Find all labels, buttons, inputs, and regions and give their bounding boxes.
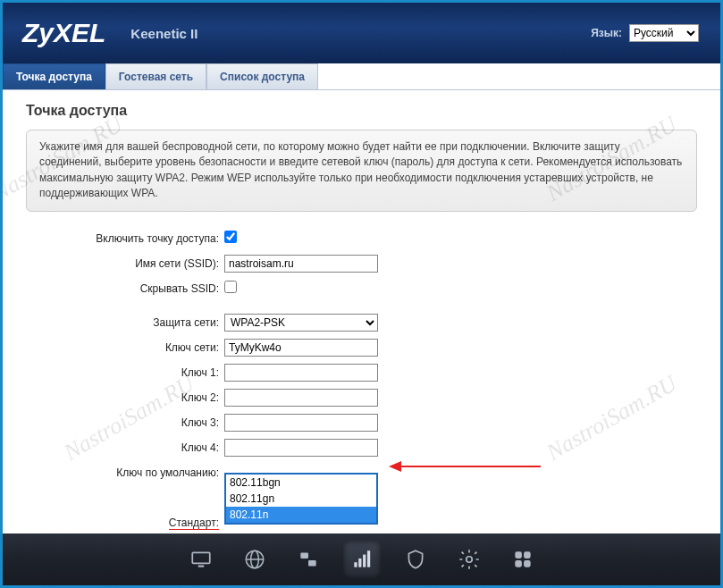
network-key-input[interactable] xyxy=(224,339,378,357)
ssid-input[interactable] xyxy=(224,255,378,273)
standard-option-bgn[interactable]: 802.11bgn xyxy=(226,475,376,491)
monitor-icon[interactable] xyxy=(182,541,220,578)
language-label: Язык: xyxy=(591,27,622,39)
svg-rect-8 xyxy=(358,559,361,567)
bottom-nav xyxy=(3,533,720,585)
key1-input[interactable] xyxy=(224,364,378,382)
svg-rect-15 xyxy=(524,560,531,567)
key2-input[interactable] xyxy=(224,389,378,407)
security-label: Защита сети: xyxy=(26,316,224,329)
svg-rect-13 xyxy=(524,551,531,559)
hide-ssid-label: Скрывать SSID: xyxy=(26,282,224,295)
language-select[interactable]: Русский xyxy=(629,24,699,42)
gear-icon[interactable] xyxy=(450,541,488,578)
tab-access-point[interactable]: Точка доступа xyxy=(3,63,105,89)
default-key-label: Ключ по умолчанию: xyxy=(26,466,224,479)
app-window: ZyXEL Keenetic II Язык: Русский Точка до… xyxy=(0,0,723,588)
globe-icon[interactable] xyxy=(236,541,273,578)
network-icon[interactable] xyxy=(290,541,327,578)
standard-dropdown-list: 802.11bgn 802.11gn 802.11n xyxy=(224,473,378,525)
key4-label: Ключ 4: xyxy=(26,441,224,454)
ssid-label: Имя сети (SSID): xyxy=(26,257,224,270)
svg-rect-5 xyxy=(300,552,308,559)
enable-ap-label: Включить точку доступа: xyxy=(26,232,224,245)
standard-option-n[interactable]: 802.11n xyxy=(226,507,376,523)
key3-label: Ключ 3: xyxy=(26,416,224,429)
standard-option-gn[interactable]: 802.11gn xyxy=(226,491,376,507)
svg-rect-1 xyxy=(198,566,204,567)
svg-rect-9 xyxy=(363,555,366,567)
key2-label: Ключ 2: xyxy=(26,391,224,404)
scroll-area[interactable]: Точка доступа Гостевая сеть Список досту… xyxy=(3,63,720,533)
tab-guest-network[interactable]: Гостевая сеть xyxy=(105,63,206,89)
main-area: Точка доступа Гостевая сеть Список досту… xyxy=(3,63,720,533)
security-select[interactable]: WPA2-PSK xyxy=(224,314,378,332)
content-panel: Точка доступа Укажите имя для вашей бесп… xyxy=(3,90,720,533)
key3-input[interactable] xyxy=(224,414,378,432)
key4-input[interactable] xyxy=(224,439,378,457)
tab-access-list[interactable]: Список доступа xyxy=(206,63,318,89)
svg-rect-6 xyxy=(308,560,316,567)
svg-rect-12 xyxy=(515,551,522,559)
enable-ap-checkbox[interactable] xyxy=(224,231,237,243)
hide-ssid-checkbox[interactable] xyxy=(224,281,237,293)
page-title: Точка доступа xyxy=(26,103,697,119)
language-selector: Язык: Русский xyxy=(591,24,699,42)
shield-icon[interactable] xyxy=(397,541,434,578)
tab-bar: Точка доступа Гостевая сеть Список досту… xyxy=(3,63,720,90)
model-name: Keenetic II xyxy=(130,26,198,41)
key1-label: Ключ 1: xyxy=(26,366,224,379)
info-box: Укажите имя для вашей беспроводной сети,… xyxy=(26,130,697,212)
svg-rect-7 xyxy=(354,562,357,567)
svg-point-11 xyxy=(466,557,472,563)
svg-rect-10 xyxy=(366,550,369,567)
network-key-label: Ключ сети: xyxy=(26,341,224,354)
apps-icon[interactable] xyxy=(504,541,542,578)
brand-logo: ZyXEL xyxy=(22,18,105,48)
svg-rect-0 xyxy=(192,552,210,563)
header-bar: ZyXEL Keenetic II Язык: Русский xyxy=(3,3,720,63)
standard-label: Стандарт: xyxy=(26,517,224,529)
svg-rect-14 xyxy=(515,560,522,567)
wifi-icon[interactable] xyxy=(343,541,381,578)
